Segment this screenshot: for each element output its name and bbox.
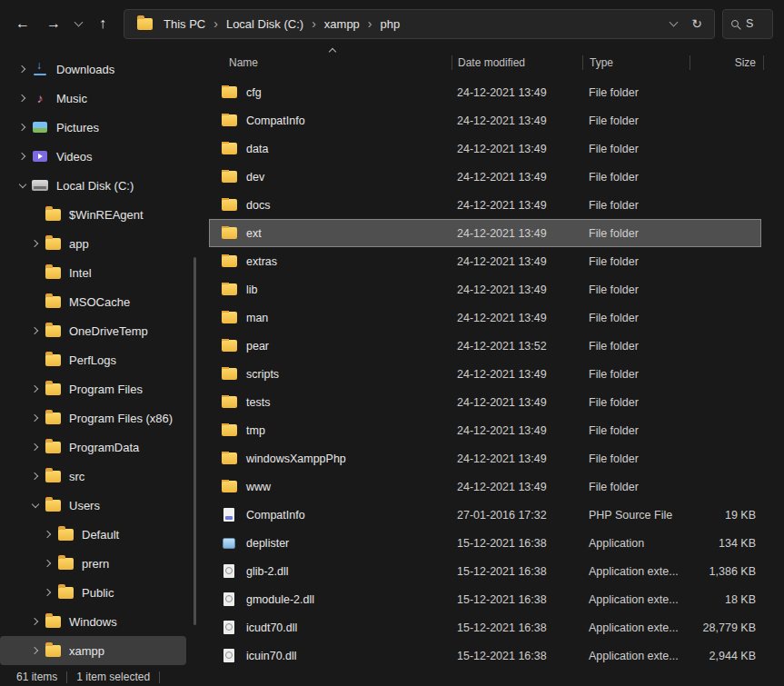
expand-chevron-icon[interactable]: [27, 381, 44, 397]
sidebar-item[interactable]: app: [0, 229, 186, 258]
sidebar-item[interactable]: Intel: [0, 258, 186, 287]
file-name-cell: dev: [209, 170, 452, 184]
pictures-icon: [31, 120, 49, 134]
refresh-button[interactable]: ↻: [685, 12, 709, 35]
expand-chevron-icon[interactable]: [27, 235, 44, 252]
file-row[interactable]: data 24-12-2021 13:49 File folder: [209, 134, 761, 163]
breadcrumb-xampp[interactable]: xampp: [322, 15, 362, 33]
file-row[interactable]: glib-2.dll 15-12-2021 16:38 Application …: [209, 557, 761, 585]
file-date-modified: 24-12-2021 13:49: [452, 199, 582, 212]
file-row[interactable]: pear 24-12-2021 13:52 File folder: [209, 332, 761, 360]
sidebar-item[interactable]: Program Files (x86): [0, 403, 186, 432]
app-icon: [223, 538, 235, 549]
expand-chevron-icon[interactable]: [40, 526, 56, 542]
sidebar-item[interactable]: MSOCache: [0, 287, 186, 316]
sidebar-item[interactable]: Program Files: [0, 374, 186, 403]
expand-chevron-icon[interactable]: [15, 119, 31, 135]
column-header-date-modified[interactable]: Date modified: [452, 55, 582, 70]
column-header-size[interactable]: Size: [690, 55, 764, 70]
sidebar-item[interactable]: Local Disk (C:): [0, 171, 186, 200]
address-bar[interactable]: This PC › Local Disk (C:) › xampp › php …: [124, 9, 715, 39]
expand-chevron-icon[interactable]: [27, 642, 44, 659]
recent-locations-chevron-icon[interactable]: [69, 10, 87, 37]
file-type: File folder: [582, 396, 690, 409]
file-row[interactable]: docs 24-12-2021 13:49 File folder: [209, 191, 761, 219]
file-row[interactable]: CompatInfo 27-01-2016 17:32 PHP Source F…: [209, 501, 761, 529]
file-row[interactable]: extras 24-12-2021 13:49 File folder: [209, 247, 761, 275]
file-row[interactable]: deplister 15-12-2021 16:38 Application 1…: [209, 529, 761, 557]
sidebar-scrollbar[interactable]: [194, 257, 196, 625]
back-button[interactable]: ←: [7, 10, 38, 37]
expand-chevron-icon[interactable]: [27, 613, 44, 630]
status-divider: [159, 671, 160, 683]
sidebar-item[interactable]: Users: [0, 491, 186, 520]
file-row[interactable]: tmp 24-12-2021 13:49 File folder: [209, 416, 761, 444]
file-name-cell: CompatInfo: [209, 508, 452, 522]
sidebar-item[interactable]: Default: [0, 520, 186, 549]
folder-icon: [221, 170, 237, 184]
expand-chevron-icon[interactable]: [15, 148, 31, 164]
expand-chevron-icon[interactable]: [27, 352, 44, 368]
expand-chevron-icon[interactable]: [27, 323, 44, 339]
folder-icon: [221, 311, 237, 325]
sidebar-item[interactable]: xampp: [0, 636, 186, 665]
file-row[interactable]: CompatInfo 24-12-2021 13:49 File folder: [209, 106, 761, 134]
file-date-modified: 24-12-2021 13:49: [452, 368, 582, 381]
file-name-cell: CompatInfo: [209, 114, 452, 128]
sort-ascending-icon: [330, 49, 337, 56]
file-row[interactable]: lib 24-12-2021 13:49 File folder: [209, 275, 761, 303]
expand-chevron-icon[interactable]: [40, 555, 56, 572]
expand-chevron-icon[interactable]: [15, 90, 31, 106]
forward-button[interactable]: →: [38, 10, 69, 37]
file-name-cell: tmp: [209, 423, 452, 438]
folder-icon: [44, 265, 62, 280]
up-button[interactable]: ↑: [87, 10, 118, 37]
music-icon: [37, 92, 44, 104]
file-row[interactable]: man 24-12-2021 13:49 File folder: [209, 303, 761, 332]
breadcrumb-php[interactable]: php: [378, 15, 403, 33]
file-row[interactable]: icudt70.dll 15-12-2021 16:38 Application…: [209, 613, 761, 641]
sidebar-item[interactable]: $WinREAgent: [0, 200, 186, 229]
expand-chevron-icon[interactable]: [27, 264, 44, 281]
folder-icon: [221, 339, 237, 353]
expand-chevron-icon[interactable]: [40, 584, 56, 601]
search-input-text[interactable]: S: [746, 17, 753, 30]
expand-chevron-icon[interactable]: [15, 61, 31, 77]
file-row[interactable]: scripts 24-12-2021 13:49 File folder: [209, 360, 761, 388]
expand-chevron-icon[interactable]: [27, 410, 44, 426]
expand-chevron-icon[interactable]: [27, 206, 44, 223]
sidebar-item[interactable]: Pictures: [0, 113, 186, 142]
expand-chevron-icon[interactable]: [27, 497, 44, 513]
file-row[interactable]: www 24-12-2021 13:49 File folder: [209, 472, 761, 501]
file-date-modified: 15-12-2021 16:38: [452, 565, 582, 578]
file-type: File folder: [582, 368, 690, 381]
sidebar-item[interactable]: Videos: [0, 142, 186, 171]
expand-chevron-icon[interactable]: [27, 439, 44, 455]
column-header-name[interactable]: Name: [209, 55, 452, 70]
sidebar-item[interactable]: src: [0, 462, 186, 491]
sidebar-item[interactable]: prern: [0, 549, 186, 578]
sidebar-item[interactable]: Windows: [0, 607, 186, 636]
breadcrumb-this-pc[interactable]: This PC: [161, 15, 208, 33]
file-name-cell: data: [209, 142, 452, 156]
address-dropdown-button[interactable]: [661, 12, 685, 35]
search-box[interactable]: S: [722, 9, 773, 39]
file-row[interactable]: windowsXamppPhp 24-12-2021 13:49 File fo…: [209, 444, 761, 472]
file-row[interactable]: tests 24-12-2021 13:49 File folder: [209, 388, 761, 416]
sidebar-item[interactable]: ProgramData: [0, 432, 186, 462]
sidebar-item[interactable]: Music: [0, 84, 186, 113]
expand-chevron-icon[interactable]: [15, 177, 31, 194]
file-row[interactable]: ext 24-12-2021 13:49 File folder: [209, 219, 761, 247]
sidebar-item[interactable]: OneDriveTemp: [0, 316, 186, 345]
file-row[interactable]: icuin70.dll 15-12-2021 16:38 Application…: [209, 641, 761, 668]
file-row[interactable]: cfg 24-12-2021 13:49 File folder: [209, 78, 761, 106]
breadcrumb-local-disk-c[interactable]: Local Disk (C:): [223, 15, 306, 33]
file-row[interactable]: gmodule-2.dll 15-12-2021 16:38 Applicati…: [209, 585, 761, 613]
sidebar-item[interactable]: Public: [0, 578, 186, 607]
sidebar-item[interactable]: Downloads: [0, 55, 186, 84]
sidebar-item[interactable]: PerfLogs: [0, 345, 186, 374]
file-row[interactable]: dev 24-12-2021 13:49 File folder: [209, 163, 761, 191]
column-header-type[interactable]: Type: [582, 55, 690, 70]
expand-chevron-icon[interactable]: [27, 468, 44, 484]
expand-chevron-icon[interactable]: [27, 293, 44, 310]
